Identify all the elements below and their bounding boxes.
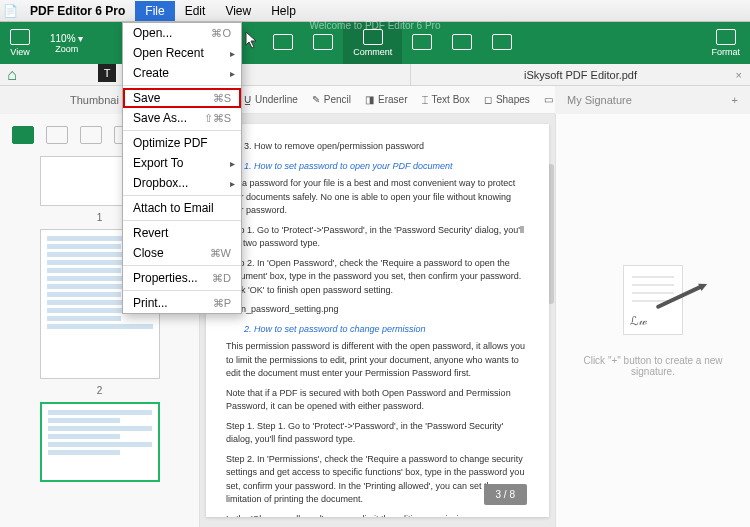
menu-save[interactable]: Save⌘S bbox=[123, 88, 241, 108]
para-2: Step 1. Go to 'Protect'->'Password', in … bbox=[226, 224, 529, 251]
edit-tool[interactable] bbox=[263, 22, 303, 64]
para-5: This permission password is different wi… bbox=[226, 340, 529, 381]
crop-tool[interactable] bbox=[482, 22, 522, 64]
heading-2: 2. How to set password to change permiss… bbox=[244, 323, 529, 337]
underline-tool[interactable]: U̲Underline bbox=[244, 94, 298, 105]
add-signature-button[interactable]: + bbox=[732, 94, 738, 106]
shapes-tool[interactable]: ◻Shapes bbox=[484, 94, 530, 105]
view-tool[interactable]: View bbox=[0, 22, 40, 64]
app-icon: 📄 bbox=[0, 4, 20, 18]
thumbnail-view-icon[interactable] bbox=[12, 126, 34, 144]
outline-view-icon[interactable] bbox=[80, 126, 102, 144]
menu-create[interactable]: Create bbox=[123, 63, 241, 83]
menu-open-recent[interactable]: Open Recent bbox=[123, 43, 241, 63]
document-page: 3. How to remove open/permission passwor… bbox=[206, 124, 549, 517]
para-6: Note that if a PDF is secured with both … bbox=[226, 387, 529, 414]
signature-panel: ℒ𝓌 Click "+" button to create a new sign… bbox=[555, 114, 750, 527]
menu-edit[interactable]: Edit bbox=[175, 1, 216, 21]
para-3: Step 2. In 'Open Password', check the 'R… bbox=[226, 257, 529, 298]
signature-hint: Click "+" button to create a new signatu… bbox=[570, 355, 736, 377]
menu-open[interactable]: Open...⌘O bbox=[123, 23, 241, 43]
menu-dropbox[interactable]: Dropbox... bbox=[123, 173, 241, 193]
menu-view[interactable]: View bbox=[215, 1, 261, 21]
menu-print[interactable]: Print...⌘P bbox=[123, 293, 241, 313]
menu-export[interactable]: Export To bbox=[123, 153, 241, 173]
menu-file[interactable]: File bbox=[135, 1, 174, 21]
format-tool[interactable]: Format bbox=[701, 22, 750, 64]
menu-attach-email[interactable]: Attach to Email bbox=[123, 198, 241, 218]
signature-header: My Signature + bbox=[555, 86, 750, 114]
menu-optimize[interactable]: Optimize PDF bbox=[123, 133, 241, 153]
toc-line: 3. How to remove open/permission passwor… bbox=[244, 140, 529, 154]
para-1: Set a password for your file is a best a… bbox=[226, 177, 529, 218]
textbox-tool[interactable]: ⌶Text Box bbox=[422, 94, 470, 105]
edit-toolbar: Thumbnai U̲Underline ✎Pencil ◨Eraser ⌶Te… bbox=[0, 86, 750, 114]
welcome-title: Welcome to PDF Editor 6 Pro bbox=[310, 20, 441, 31]
thumbnail-num-2: 2 bbox=[0, 385, 199, 396]
page-tool[interactable] bbox=[442, 22, 482, 64]
file-dropdown: Open...⌘O Open Recent Create Save⌘S Save… bbox=[122, 22, 242, 314]
menu-properties[interactable]: Properties...⌘D bbox=[123, 268, 241, 288]
menu-save-as[interactable]: Save As...⇧⌘S bbox=[123, 108, 241, 128]
mac-menubar: 📄 PDF Editor 6 Pro File Edit View Help bbox=[0, 0, 750, 22]
document-tab[interactable]: iSkysoft PDF Editor.pdf × bbox=[410, 64, 750, 85]
thumbnail-page-3[interactable] bbox=[40, 402, 160, 482]
signature-placeholder-icon: ℒ𝓌 bbox=[608, 265, 698, 335]
document-tabbar: ⌂ T iSkysoft PDF Editor.pdf × bbox=[0, 64, 750, 86]
menu-help[interactable]: Help bbox=[261, 1, 306, 21]
cursor-pointer-icon bbox=[243, 30, 261, 56]
eraser-tool[interactable]: ◨Eraser bbox=[365, 94, 407, 105]
home-icon[interactable]: ⌂ bbox=[0, 66, 24, 84]
heading-1: 1. How to set password to open your PDF … bbox=[244, 160, 529, 174]
para-4: open_password_setting.png bbox=[226, 303, 529, 317]
menu-revert[interactable]: Revert bbox=[123, 223, 241, 243]
app-name: PDF Editor 6 Pro bbox=[20, 1, 135, 21]
text-tool-marker[interactable]: T bbox=[98, 64, 116, 82]
main-toolbar: Welcome to PDF Editor 6 Pro View 110% ▾Z… bbox=[0, 22, 750, 64]
page-counter: 3 / 8 bbox=[484, 484, 527, 505]
zoom-tool[interactable]: 110% ▾Zoom bbox=[40, 22, 93, 64]
pencil-tool[interactable]: ✎Pencil bbox=[312, 94, 351, 105]
menu-close[interactable]: Close⌘W bbox=[123, 243, 241, 263]
para-9: In the 'Changes allowed', you can limit … bbox=[226, 513, 529, 518]
close-tab-icon[interactable]: × bbox=[736, 69, 742, 81]
para-7: Step 1. Step 1. Go to 'Protect'->'Passwo… bbox=[226, 420, 529, 447]
document-view[interactable]: 3. How to remove open/permission passwor… bbox=[200, 114, 555, 527]
content-area: 1 2 3. How to remove open/permission pas… bbox=[0, 114, 750, 527]
bookmark-view-icon[interactable] bbox=[46, 126, 68, 144]
